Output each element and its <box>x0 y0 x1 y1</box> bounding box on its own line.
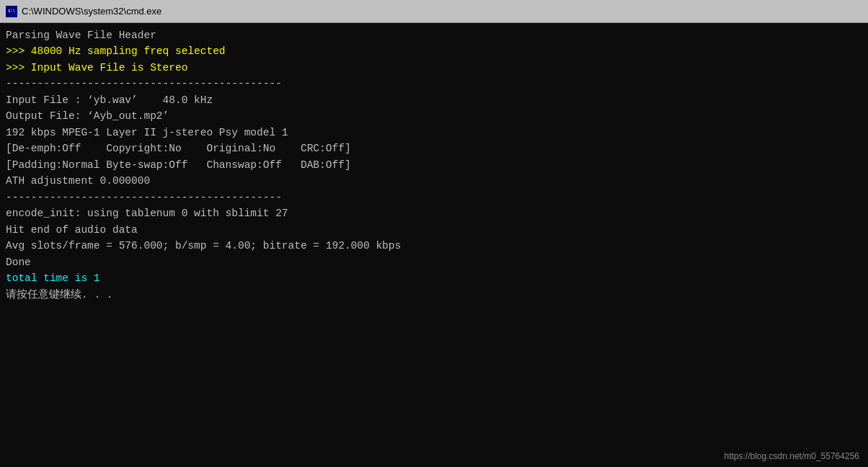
title-bar: C:\WINDOWS\system32\cmd.exe <box>0 0 868 23</box>
terminal-line: Avg slots/frame = 576.000; b/smp = 4.00;… <box>6 238 862 254</box>
terminal-line: Hit end of audio data <box>6 222 862 238</box>
terminal-line: >>> Input Wave File is Stereo <box>6 60 862 76</box>
terminal-line: Input File : ‘yb.wav’ 48.0 kHz <box>6 92 862 108</box>
title-bar-text: C:\WINDOWS\system32\cmd.exe <box>22 6 862 17</box>
terminal-line: total time is 1 <box>6 270 862 286</box>
terminal-line: ATH adjustment 0.000000 <box>6 173 862 189</box>
cmd-icon <box>6 6 17 17</box>
terminal-line: ----------------------------------------… <box>6 76 862 92</box>
terminal-line: encode_init: using tablenum 0 with sblim… <box>6 205 862 221</box>
terminal-line: >>> 48000 Hz sampling freq selected <box>6 43 862 59</box>
terminal: Parsing Wave File Header>>> 48000 Hz sam… <box>0 23 868 467</box>
terminal-line: ----------------------------------------… <box>6 190 862 205</box>
watermark: https://blog.csdn.net/m0_55764256 <box>725 451 859 461</box>
terminal-line: Done <box>6 254 862 270</box>
terminal-line: Output File: ‘Ayb_out.mp2’ <box>6 108 862 124</box>
terminal-line: 请按任意键继续. . . <box>6 287 862 303</box>
terminal-line: Parsing Wave File Header <box>6 27 862 43</box>
terminal-line: 192 kbps MPEG-1 Layer II j-stereo Psy mo… <box>6 125 862 141</box>
terminal-line: [De-emph:Off Copyright:No Original:No CR… <box>6 141 862 156</box>
terminal-line: [Padding:Normal Byte-swap:Off Chanswap:O… <box>6 157 862 173</box>
